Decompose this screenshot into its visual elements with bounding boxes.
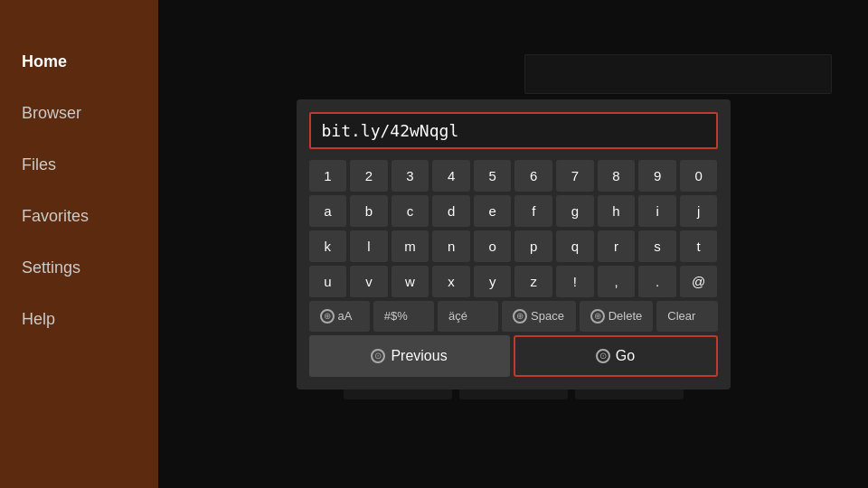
main-area: (You'll be given the option to use curre… [158,0,868,488]
key-g[interactable]: g [556,195,594,227]
key-5[interactable]: 5 [474,160,512,192]
key-q[interactable]: q [556,230,594,262]
key-c[interactable]: c [392,195,429,227]
key-period[interactable]: . [638,266,676,297]
keyboard-dialog: 1 2 3 4 5 6 7 8 9 0 a b c d e f g h [297,99,731,389]
key-6[interactable]: 6 [514,160,552,192]
keyboard-overlay: 1 2 3 4 5 6 7 8 9 0 a b c d e f g h [158,0,868,488]
key-o[interactable]: o [474,230,512,262]
key-b[interactable]: b [350,195,388,227]
row-u-at: u v w x y z ! , . @ [309,266,718,297]
key-d[interactable]: d [432,195,470,227]
sidebar-label-help: Help [22,310,55,328]
key-7[interactable]: 7 [556,160,594,192]
key-hash[interactable]: #$% [373,301,434,332]
key-s[interactable]: s [638,230,676,262]
key-x[interactable]: x [432,266,470,297]
key-v[interactable]: v [350,266,388,297]
sidebar-label-settings: Settings [22,258,80,277]
key-comma[interactable]: , [598,266,636,297]
sidebar-item-settings[interactable]: Settings [0,242,158,294]
special-keys-row: ⊕ aA #$% äçé ⊕ Space ⊕ Delete [309,301,718,332]
key-l[interactable]: l [350,230,388,262]
sidebar-item-home[interactable]: Home [0,36,158,88]
key-i[interactable]: i [638,195,676,227]
key-8[interactable]: 8 [598,160,636,192]
key-a[interactable]: a [309,195,347,227]
sidebar-item-favorites[interactable]: Favorites [0,191,158,242]
circle-icon-aA: ⊕ [320,309,335,324]
key-h[interactable]: h [598,195,636,227]
key-9[interactable]: 9 [638,160,676,192]
key-excl[interactable]: ! [556,266,594,297]
key-n[interactable]: n [432,230,470,262]
go-label: Go [616,348,635,364]
circle-icon-delete: ⊕ [590,309,605,324]
sidebar-item-help[interactable]: Help [0,294,158,345]
key-2[interactable]: 2 [350,160,388,192]
sidebar: Home Browser Files Favorites Settings He… [0,0,158,488]
key-j[interactable]: j [680,195,718,227]
key-z[interactable]: z [514,266,552,297]
key-w[interactable]: w [392,266,429,297]
key-r[interactable]: r [598,230,636,262]
sidebar-label-files: Files [22,155,56,174]
circle-icon-space: ⊕ [513,309,527,324]
sidebar-label-browser: Browser [22,104,81,122]
key-clear[interactable]: Clear [656,301,717,332]
key-4[interactable]: 4 [432,160,470,192]
key-0[interactable]: 0 [680,160,718,192]
key-accent[interactable]: äçé [438,301,498,332]
sidebar-label-home: Home [22,52,67,70]
url-input[interactable] [309,112,718,149]
key-1[interactable]: 1 [309,160,347,192]
key-y[interactable]: y [474,266,512,297]
key-e[interactable]: e [474,195,512,227]
row-a-j: a b c d e f g h i j [309,195,718,227]
number-row: 1 2 3 4 5 6 7 8 9 0 [309,160,718,192]
key-space[interactable]: ⊕ Space [502,301,576,332]
key-k[interactable]: k [309,230,347,262]
key-t[interactable]: t [680,230,718,262]
key-u[interactable]: u [309,266,347,297]
circle-icon-go: ⊙ [596,349,610,363]
row-k-t: k l m n o p q r s t [309,230,718,262]
key-aA[interactable]: ⊕ aA [309,301,370,332]
key-at[interactable]: @ [680,266,718,297]
sidebar-item-browser[interactable]: Browser [0,88,158,139]
key-3[interactable]: 3 [392,160,429,192]
action-row: ⊙ Previous ⊙ Go [309,335,718,377]
key-m[interactable]: m [392,230,429,262]
sidebar-item-files[interactable]: Files [0,139,158,191]
key-p[interactable]: p [514,230,552,262]
go-button[interactable]: ⊙ Go [514,335,718,377]
sidebar-label-favorites: Favorites [22,207,89,225]
circle-icon-previous: ⊙ [371,349,385,363]
previous-label: Previous [391,348,447,364]
previous-button[interactable]: ⊙ Previous [309,335,510,377]
key-f[interactable]: f [514,195,552,227]
key-delete[interactable]: ⊕ Delete [580,301,654,332]
